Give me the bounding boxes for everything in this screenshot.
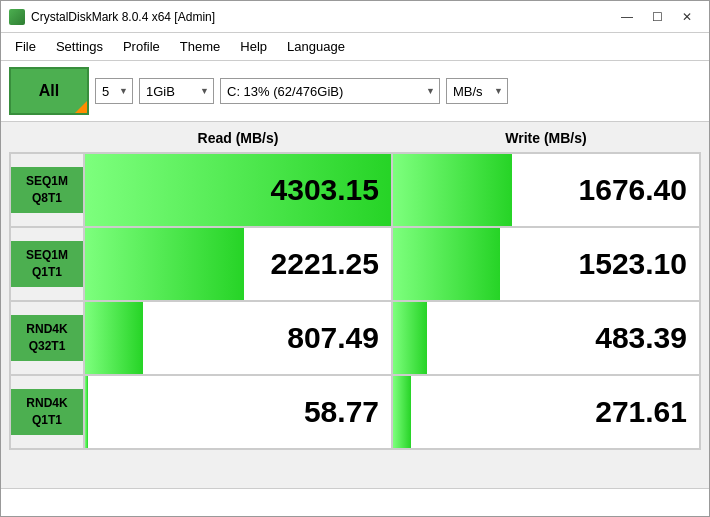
write-cell-2: 483.39 (393, 302, 699, 374)
table-row: RND4KQ32T1 807.49 483.39 (10, 301, 700, 375)
read-value-2: 807.49 (85, 302, 391, 374)
write-cell-3: 271.61 (393, 376, 699, 448)
row-label-1: SEQ1MQ1T1 (11, 241, 83, 287)
write-value-1: 1523.10 (393, 228, 699, 300)
read-value-0: 4303.15 (85, 154, 391, 226)
write-value-0: 1676.40 (393, 154, 699, 226)
menu-profile[interactable]: Profile (113, 35, 170, 58)
table-row: SEQ1MQ1T1 2221.25 1523.10 (10, 227, 700, 301)
table-row: RND4KQ1T1 58.77 271.61 (10, 375, 700, 449)
menu-bar: File Settings Profile Theme Help Languag… (1, 33, 709, 61)
menu-theme[interactable]: Theme (170, 35, 230, 58)
read-cell-3: 58.77 (85, 376, 391, 448)
drive-select[interactable]: C: 13% (62/476GiB) (227, 84, 427, 99)
all-button[interactable]: All (9, 67, 89, 115)
menu-language[interactable]: Language (277, 35, 355, 58)
menu-settings[interactable]: Settings (46, 35, 113, 58)
read-value-1: 2221.25 (85, 228, 391, 300)
unit-select[interactable]: MB/s GB/s IOPS (453, 84, 505, 99)
read-value-3: 58.77 (85, 376, 391, 448)
read-cell-1: 2221.25 (85, 228, 391, 300)
drive-dropdown[interactable]: C: 13% (62/476GiB) (220, 78, 440, 104)
title-bar: CrystalDiskMark 8.0.4 x64 [Admin] — ☐ ✕ (1, 1, 709, 33)
read-cell-2: 807.49 (85, 302, 391, 374)
maximize-button[interactable]: ☐ (643, 6, 671, 28)
row-label-3: RND4KQ1T1 (11, 389, 83, 435)
window-title: CrystalDiskMark 8.0.4 x64 [Admin] (31, 10, 613, 24)
menu-help[interactable]: Help (230, 35, 277, 58)
window-controls: — ☐ ✕ (613, 6, 701, 28)
read-cell-0: 4303.15 (85, 154, 391, 226)
write-value-2: 483.39 (393, 302, 699, 374)
toolbar: All 5 1 3 9 1GiB 512MiB 2GiB 4GiB C: 13%… (1, 61, 709, 122)
table-row: SEQ1MQ8T1 4303.15 1676.40 (10, 153, 700, 227)
app-icon (9, 9, 25, 25)
size-select[interactable]: 1GiB 512MiB 2GiB 4GiB (146, 84, 211, 99)
close-button[interactable]: ✕ (673, 6, 701, 28)
benchmark-table: Read (MB/s) Write (MB/s) SEQ1MQ8T1 4303.… (9, 126, 701, 450)
runs-select[interactable]: 5 1 3 9 (102, 84, 130, 99)
menu-file[interactable]: File (5, 35, 46, 58)
write-cell-1: 1523.10 (393, 228, 699, 300)
runs-dropdown[interactable]: 5 1 3 9 (95, 78, 133, 104)
row-label-0: SEQ1MQ8T1 (11, 167, 83, 213)
size-dropdown[interactable]: 1GiB 512MiB 2GiB 4GiB (139, 78, 214, 104)
main-window: CrystalDiskMark 8.0.4 x64 [Admin] — ☐ ✕ … (0, 0, 710, 517)
unit-dropdown[interactable]: MB/s GB/s IOPS (446, 78, 508, 104)
footer-bar (1, 488, 709, 516)
content-area: Read (MB/s) Write (MB/s) SEQ1MQ8T1 4303.… (1, 122, 709, 488)
write-cell-0: 1676.40 (393, 154, 699, 226)
col-read-header: Read (MB/s) (84, 126, 392, 153)
write-value-3: 271.61 (393, 376, 699, 448)
row-label-2: RND4KQ32T1 (11, 315, 83, 361)
col-write-header: Write (MB/s) (392, 126, 700, 153)
minimize-button[interactable]: — (613, 6, 641, 28)
